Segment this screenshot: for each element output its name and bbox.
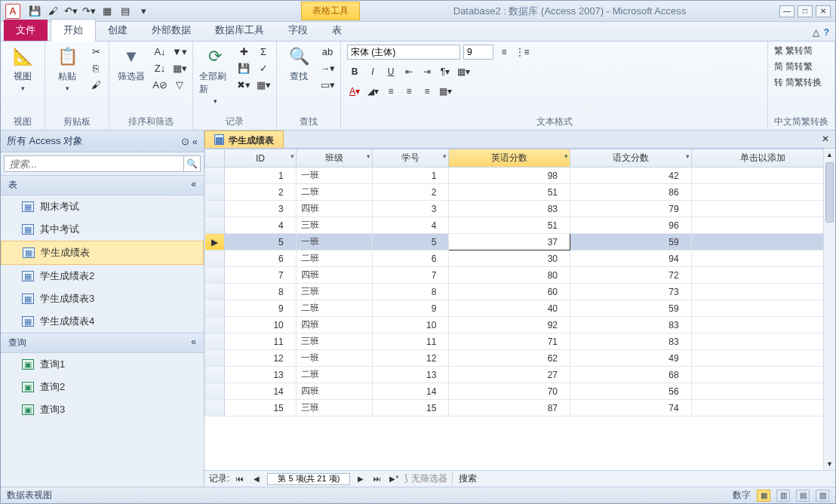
cell[interactable]: 2 (225, 184, 297, 201)
clear-sort-icon[interactable]: A⊘ (153, 78, 167, 91)
cell[interactable]: 三班 (296, 217, 372, 234)
underline-icon[interactable]: U (383, 64, 398, 79)
convert-button[interactable]: 转 简繁转换 (774, 76, 822, 89)
cell[interactable]: 68 (570, 367, 692, 383)
qat-item-icon[interactable]: ▤ (118, 5, 132, 18)
sort-asc-icon[interactable]: A↓ (153, 45, 167, 58)
row-selector[interactable] (205, 300, 225, 317)
dropdown-icon[interactable]: ▾ (564, 152, 568, 160)
row-selector[interactable] (205, 400, 225, 416)
filter-button[interactable]: ▼ 筛选器 (115, 45, 147, 83)
cell[interactable]: 10 (373, 317, 449, 333)
row-selector[interactable]: ▶ (205, 234, 225, 250)
cell[interactable]: 四班 (296, 317, 372, 333)
layout-view-button[interactable]: ▨ (816, 490, 829, 502)
refresh-all-button[interactable]: ⟳ 全部刷新 ▾ (199, 45, 231, 105)
cell[interactable] (691, 184, 834, 201)
nav-table-item[interactable]: ▦期末考试 (1, 195, 204, 218)
scroll-up-icon[interactable]: ▲ (824, 149, 835, 161)
indent-right-icon[interactable]: ⇥ (420, 64, 435, 79)
column-header[interactable]: 语文分数▾ (570, 149, 692, 167)
qat-dropdown-icon[interactable]: ▾ (137, 5, 150, 18)
redo-icon[interactable]: ↷▾ (82, 5, 96, 18)
cell[interactable] (691, 250, 834, 267)
cell[interactable]: 5 (373, 234, 449, 250)
cell[interactable]: 8 (225, 284, 297, 300)
collapse-icon[interactable]: « (192, 136, 198, 147)
cell[interactable]: 一班 (296, 234, 372, 250)
cell[interactable]: 30 (449, 250, 570, 267)
more-icon[interactable]: ▦▾ (257, 78, 270, 91)
cell[interactable]: 13 (373, 367, 449, 383)
cell[interactable]: 9 (373, 300, 449, 317)
tab-fields[interactable]: 字段 (276, 20, 320, 41)
font-color-icon[interactable]: A▾ (347, 84, 362, 99)
align-right-icon[interactable]: ≡ (420, 84, 435, 99)
cell[interactable]: 4 (373, 217, 449, 234)
datasheet-grid[interactable]: ID▾班级▾学号▾英语分数▾语文分数▾单击以添加▾1一班198422二班2518… (204, 149, 835, 470)
nav-section-tables[interactable]: 表 « (1, 175, 204, 195)
cell[interactable] (691, 234, 834, 250)
cell[interactable] (691, 317, 834, 333)
goto-icon[interactable]: →▾ (321, 61, 334, 75)
cell[interactable]: 13 (225, 367, 297, 383)
column-header[interactable]: 班级▾ (296, 149, 372, 167)
app-icon[interactable]: A (5, 4, 20, 19)
cell[interactable]: 92 (449, 317, 570, 333)
nav-table-item[interactable]: ▦学生成绩表4 (1, 310, 204, 333)
cell[interactable]: 三班 (296, 284, 372, 300)
cell[interactable] (691, 383, 834, 400)
cell[interactable]: 70 (449, 383, 570, 400)
cell[interactable]: 87 (449, 400, 570, 416)
tab-db-tools[interactable]: 数据库工具 (203, 20, 276, 41)
numbering-icon[interactable]: ⋮≡ (515, 45, 530, 60)
cell[interactable]: 6 (225, 250, 297, 267)
new-record-button[interactable]: ▶* (388, 473, 400, 485)
cell[interactable] (691, 267, 834, 284)
column-header[interactable]: 单击以添加▾ (691, 149, 834, 167)
column-header[interactable]: 学号▾ (373, 149, 449, 167)
spelling-icon[interactable]: ✓ (257, 61, 270, 75)
maximize-button[interactable]: □ (798, 5, 813, 17)
save-icon[interactable]: 💾 (28, 5, 41, 18)
format-painter-icon[interactable]: 🖌 (89, 78, 103, 91)
cell[interactable] (691, 367, 834, 383)
dropdown-icon[interactable]: ▾ (443, 152, 447, 160)
cell[interactable]: 一班 (296, 350, 372, 367)
cut-icon[interactable]: ✂ (89, 45, 103, 58)
close-button[interactable]: ✕ (816, 5, 831, 17)
cell[interactable]: 四班 (296, 383, 372, 400)
cell[interactable]: 96 (570, 217, 692, 234)
selection-filter-icon[interactable]: ▼▾ (173, 45, 186, 58)
cell[interactable]: 83 (570, 333, 692, 350)
nav-query-item[interactable]: ▣查询2 (1, 376, 204, 398)
replace-icon[interactable]: ab (321, 45, 334, 58)
row-selector[interactable] (205, 250, 225, 267)
bold-icon[interactable]: B (347, 64, 362, 79)
simp-to-trad-button[interactable]: 简 简转繁 (774, 60, 822, 73)
cell[interactable]: 56 (570, 383, 692, 400)
row-selector[interactable] (205, 217, 225, 234)
grid-style-icon[interactable]: ▦▾ (456, 64, 471, 79)
cell[interactable]: 3 (225, 201, 297, 217)
minimize-ribbon-icon[interactable]: △ (813, 27, 819, 38)
cell[interactable]: 6 (373, 250, 449, 267)
nav-query-item[interactable]: ▣查询3 (1, 398, 204, 421)
cell[interactable]: 4 (225, 217, 297, 234)
cell[interactable]: 94 (570, 250, 692, 267)
row-selector[interactable] (205, 333, 225, 350)
tab-external-data[interactable]: 外部数据 (140, 20, 203, 41)
dropdown-icon[interactable]: ▾ (686, 152, 690, 160)
cell[interactable]: 15 (373, 400, 449, 416)
tab-table[interactable]: 表 (320, 20, 354, 41)
close-document-button[interactable]: ✕ (816, 131, 835, 148)
nav-header[interactable]: 所有 Access 对象 ⊙ « (1, 131, 204, 152)
dropdown-icon[interactable]: ▾ (367, 152, 370, 160)
row-selector[interactable] (205, 284, 225, 300)
nav-table-item[interactable]: ▦学生成绩表2 (1, 265, 204, 287)
cell[interactable]: 二班 (296, 250, 372, 267)
help-icon[interactable]: ? (824, 27, 829, 38)
cell[interactable] (691, 201, 834, 217)
cell[interactable]: 1 (373, 167, 449, 184)
cell[interactable]: 51 (449, 217, 570, 234)
